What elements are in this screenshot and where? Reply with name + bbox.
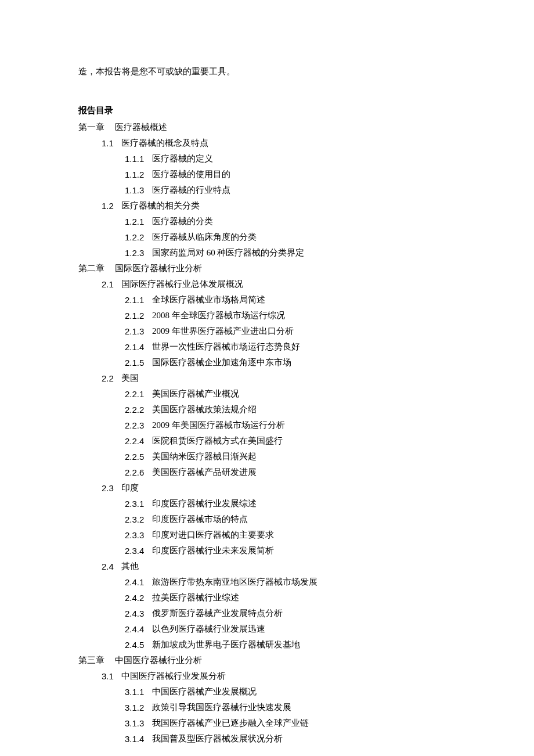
spacer: [104, 261, 115, 276]
subsection-heading: 2.3.2印度医疗器械市场的特点: [125, 512, 456, 527]
subsection-heading: 2.2.2美国医疗器械政策法规介绍: [125, 402, 456, 417]
subsection-heading: 2.3.4印度医疗器械行业未来发展简析: [125, 543, 456, 559]
subsection-title: 国家药监局对 60 种医疗器械的分类界定: [152, 245, 305, 261]
subsection-heading: 2.4.2拉美医疗器械行业综述: [125, 590, 456, 606]
subsection-title: 医疗器械的行业特点: [152, 182, 230, 198]
spacer: [114, 135, 122, 151]
section-number: 2.2: [102, 370, 114, 386]
subsection-number: 2.4.2: [125, 590, 144, 606]
spacer: [144, 606, 152, 621]
subsection-heading: 3.1.3我国医疗器械产业已逐步融入全球产业链: [125, 715, 456, 731]
subsection-heading: 1.1.3医疗器械的行业特点: [125, 182, 456, 198]
subsection-heading: 2.2.6美国医疗器械产品研发进展: [125, 465, 456, 480]
subsection-number: 2.4.5: [125, 637, 144, 653]
section-heading: 2.3印度: [102, 480, 456, 496]
subsection-number: 1.2.3: [125, 245, 144, 261]
spacer: [144, 590, 152, 606]
spacer: [144, 417, 152, 433]
subsection-number: 2.2.1: [125, 386, 144, 402]
subsection-title: 2008 年全球医疗器械市场运行综况: [152, 308, 285, 323]
spacer: [144, 151, 152, 167]
subsection-heading: 2.4.5新加坡成为世界电子医疗器械研发基地: [125, 637, 456, 653]
chapter-heading: 第三章中国医疗器械行业分析: [78, 653, 456, 668]
subsection-title: 2009 年世界医疗器械产业进出口分析: [152, 323, 294, 339]
subsection-heading: 3.1.4我国普及型医疗器械发展状况分析: [125, 731, 456, 747]
section-heading: 2.2美国: [102, 370, 456, 386]
spacer: [144, 386, 152, 402]
spacer: [114, 480, 122, 496]
chapter-label: 第一章: [78, 120, 104, 135]
spacer: [104, 120, 115, 135]
subsection-title: 印度医疗器械行业发展综述: [152, 496, 257, 512]
subsection-title: 我国医疗器械产业已逐步融入全球产业链: [152, 715, 309, 731]
subsection-heading: 1.1.2医疗器械的使用目的: [125, 167, 456, 182]
chapter-heading: 第一章医疗器械概述: [78, 120, 456, 135]
subsection-title: 2009 年美国医疗器械市场运行分析: [152, 417, 285, 433]
spacer: [114, 276, 122, 292]
subsection-number: 2.1.4: [125, 339, 144, 355]
subsection-number: 3.1.2: [125, 700, 144, 715]
spacer: [144, 245, 152, 261]
subsection-number: 2.3.1: [125, 496, 144, 512]
subsection-number: 3.1.1: [125, 684, 144, 700]
spacer: [114, 559, 122, 574]
subsection-number: 2.1.3: [125, 323, 144, 339]
subsection-heading: 2.1.22008 年全球医疗器械市场运行综况: [125, 308, 456, 323]
subsection-heading: 2.1.32009 年世界医疗器械产业进出口分析: [125, 323, 456, 339]
spacer: [144, 715, 152, 731]
subsection-heading: 2.1.4世界一次性医疗器械市场运行态势良好: [125, 339, 456, 355]
subsection-title: 医疗器械的使用目的: [152, 167, 230, 182]
subsection-title: 医疗器械的定义: [152, 151, 213, 167]
subsection-title: 拉美医疗器械行业综述: [152, 590, 239, 606]
subsection-number: 1.2.1: [125, 214, 144, 229]
subsection-heading: 2.4.4以色列医疗器械行业发展迅速: [125, 621, 456, 637]
subsection-title: 印度医疗器械市场的特点: [152, 512, 248, 527]
subsection-title: 美国医疗器械政策法规介绍: [152, 402, 257, 417]
section-heading: 3.1中国医疗器械行业发展分析: [102, 668, 456, 684]
subsection-title: 我国普及型医疗器械发展状况分析: [152, 731, 283, 747]
subsection-number: 2.3.2: [125, 512, 144, 527]
subsection-title: 国际医疗器械企业加速角逐中东市场: [152, 355, 291, 370]
subsection-title: 中国医疗器械产业发展概况: [152, 684, 257, 700]
subsection-title: 旅游医疗带热东南亚地区医疗器械市场发展: [152, 574, 317, 590]
subsection-title: 医疗器械的分类: [152, 214, 213, 229]
section-number: 2.3: [102, 480, 114, 496]
subsection-number: 2.2.4: [125, 433, 144, 449]
subsection-title: 医院租赁医疗器械方式在美国盛行: [152, 433, 283, 449]
subsection-number: 1.1.2: [125, 167, 144, 182]
spacer: [144, 182, 152, 198]
spacer: [144, 323, 152, 339]
spacer: [144, 496, 152, 512]
spacer: [144, 433, 152, 449]
section-heading: 1.1医疗器械的概念及特点: [102, 135, 456, 151]
spacer: [114, 668, 122, 684]
subsection-heading: 2.2.4医院租赁医疗器械方式在美国盛行: [125, 433, 456, 449]
spacer: [114, 370, 122, 386]
subsection-heading: 2.2.32009 年美国医疗器械市场运行分析: [125, 417, 456, 433]
section-number: 3.1: [102, 668, 114, 684]
subsection-title: 美国纳米医疗器械日渐兴起: [152, 449, 257, 465]
spacer: [144, 449, 152, 465]
subsection-number: 2.3.4: [125, 543, 144, 559]
subsection-title: 新加坡成为世界电子医疗器械研发基地: [152, 637, 300, 653]
subsection-number: 2.2.2: [125, 402, 144, 417]
section-title: 其他: [121, 559, 139, 574]
section-heading: 2.1国际医疗器械行业总体发展概况: [102, 276, 456, 292]
chapter-title: 中国医疗器械行业分析: [115, 653, 202, 668]
spacer: [144, 308, 152, 323]
subsection-heading: 2.1.5国际医疗器械企业加速角逐中东市场: [125, 355, 456, 370]
chapter-title: 国际医疗器械行业分析: [115, 261, 202, 276]
section-heading: 1.2医疗器械的相关分类: [102, 198, 456, 214]
subsection-title: 俄罗斯医疗器械产业发展特点分析: [152, 606, 283, 621]
subsection-number: 1.2.2: [125, 229, 144, 245]
spacer: [144, 512, 152, 527]
section-title: 中国医疗器械行业发展分析: [121, 668, 226, 684]
chapter-title: 医疗器械概述: [115, 120, 167, 135]
subsection-heading: 1.2.2医疗器械从临床角度的分类: [125, 229, 456, 245]
subsection-title: 世界一次性医疗器械市场运行态势良好: [152, 339, 300, 355]
subsection-number: 2.2.5: [125, 449, 144, 465]
subsection-heading: 3.1.1中国医疗器械产业发展概况: [125, 684, 456, 700]
subsection-heading: 1.2.1医疗器械的分类: [125, 214, 456, 229]
subsection-heading: 2.4.3俄罗斯医疗器械产业发展特点分析: [125, 606, 456, 621]
subsection-title: 美国医疗器械产业概况: [152, 386, 239, 402]
